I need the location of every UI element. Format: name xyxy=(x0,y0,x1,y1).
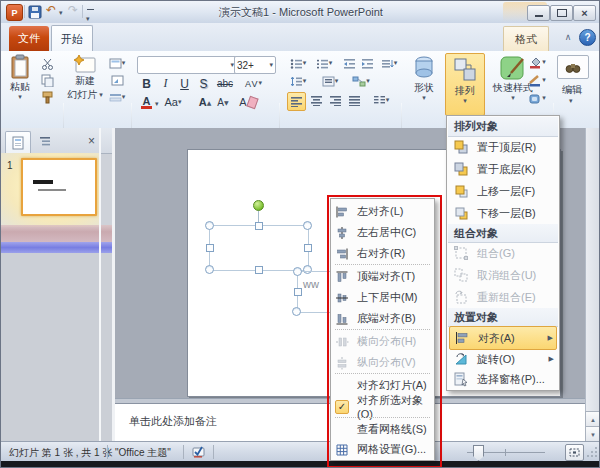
format-painter-button[interactable] xyxy=(37,90,57,105)
shape-fill-button[interactable]: ▾ xyxy=(523,55,551,70)
clear-formatting-button[interactable]: A xyxy=(239,94,257,110)
shapes-button[interactable]: 形状 ▾ xyxy=(405,53,443,114)
align-text-icon xyxy=(322,76,335,87)
editing-dropdown-arrow-icon[interactable]: ▾ xyxy=(569,98,573,105)
submenu-item-align-bottom[interactable]: 底端对齐(B) xyxy=(333,308,432,329)
menu-item-bring-forward[interactable]: 上移一层(F) xyxy=(449,180,557,202)
submenu-item-align-right[interactable]: 右对齐(R) xyxy=(333,243,432,264)
menu-item-rotate[interactable]: 旋转(O) ▶ xyxy=(449,348,557,370)
rotation-handle[interactable] xyxy=(253,200,264,211)
align-text-button[interactable]: ▾ xyxy=(319,74,341,89)
vertical-scrollbar[interactable] xyxy=(585,128,600,411)
decrease-indent-button[interactable] xyxy=(341,56,357,71)
paste-button[interactable]: 粘贴 ▾ xyxy=(5,54,35,114)
menu-item-align[interactable]: 对齐(A) ▶ xyxy=(449,326,557,350)
menu-item-bring-to-front[interactable]: 置于顶层(R) xyxy=(449,136,557,158)
find-button[interactable] xyxy=(557,55,589,79)
zoom-slider-thumb[interactable] xyxy=(473,445,484,461)
slide-thumbnail[interactable] xyxy=(21,158,97,216)
increase-indent-button[interactable] xyxy=(359,56,375,71)
italic-button[interactable]: I xyxy=(158,76,173,91)
reset-slide-button[interactable] xyxy=(105,73,129,88)
submenu-item-align-selected-objects[interactable]: ✓ 对齐所选对象(O) xyxy=(333,396,432,417)
bullets-button[interactable]: ▾ xyxy=(287,56,309,71)
resize-handle-bottom[interactable] xyxy=(255,266,263,274)
text-shadow-button[interactable]: S xyxy=(196,76,211,91)
zoom-slider-center-tick xyxy=(505,449,506,456)
minimize-button[interactable] xyxy=(527,5,550,21)
shape-outline-button[interactable]: ▾ xyxy=(523,73,551,88)
underline-button[interactable]: U xyxy=(177,76,192,91)
submenu-item-view-gridlines[interactable]: 查看网格线(S) xyxy=(333,419,432,440)
tab-format-contextual[interactable]: 格式 xyxy=(503,26,549,52)
resize-handle-right[interactable] xyxy=(304,244,312,252)
submenu-item-align-center[interactable]: 左右居中(C) xyxy=(333,222,432,243)
columns-button[interactable]: ▾ xyxy=(369,92,393,109)
tab-file[interactable]: 文件 xyxy=(9,26,49,51)
textbox2-handle-top-left[interactable] xyxy=(293,267,302,276)
resize-handle-top-right[interactable] xyxy=(303,221,312,230)
resize-grip[interactable] xyxy=(586,446,598,458)
new-slide-button[interactable]: 新建 幻灯片▾ xyxy=(67,54,103,114)
menu-item-send-backward[interactable]: 下移一层(B) xyxy=(449,202,557,224)
character-spacing-button[interactable]: AV▾ xyxy=(241,76,267,91)
font-size-combo[interactable]: 32+▾ xyxy=(234,56,276,74)
submenu-item-align-left[interactable]: 左对齐(L) xyxy=(333,201,432,222)
textbox2-handle-left[interactable] xyxy=(294,288,302,296)
resize-handle-left[interactable] xyxy=(206,244,214,252)
bold-button[interactable]: B xyxy=(139,76,154,91)
submenu-item-align-top[interactable]: 顶端对齐(T) xyxy=(333,266,432,287)
artifact-stripe-blue xyxy=(1,242,115,253)
close-panel-button[interactable]: × xyxy=(83,132,100,149)
maximize-button[interactable] xyxy=(550,5,573,21)
fit-to-window-button[interactable] xyxy=(565,444,584,461)
copy-button[interactable] xyxy=(37,73,57,88)
submenu-arrow-icon: ▶ xyxy=(548,334,553,342)
strikethrough-button[interactable]: abc xyxy=(213,76,237,91)
close-icon: × xyxy=(88,134,95,148)
shape-effects-button[interactable]: ▾ xyxy=(523,91,551,106)
align-center-button[interactable] xyxy=(308,92,325,109)
spacer-icon xyxy=(335,379,349,393)
text-direction-button[interactable]: ▾ xyxy=(379,56,399,71)
rotate-icon xyxy=(453,351,469,367)
section-button[interactable]: ▾ xyxy=(105,90,129,105)
cut-button[interactable] xyxy=(37,56,57,71)
theme-name[interactable]: "Office 主题" xyxy=(115,446,171,460)
format-painter-icon xyxy=(41,91,54,104)
spell-check-button[interactable] xyxy=(191,444,207,460)
shrink-font-button[interactable]: A▼ xyxy=(215,94,231,110)
columns-icon xyxy=(373,95,386,106)
bullets-icon xyxy=(290,58,303,69)
font-color-dropdown-arrow-icon[interactable]: ▾ xyxy=(155,101,159,108)
collapse-ribbon-icon[interactable]: ∧ xyxy=(561,30,575,44)
convert-smartart-button[interactable]: ▾ xyxy=(349,74,373,89)
regroup-icon xyxy=(453,289,469,305)
change-case-button[interactable]: Aa▾ xyxy=(164,94,182,110)
menu-item-selection-pane[interactable]: 选择窗格(P)... xyxy=(449,370,557,388)
menu-item-ungroup: 取消组合(U) xyxy=(449,264,557,286)
submenu-item-grid-settings[interactable]: 网格设置(G)... xyxy=(333,440,432,459)
line-spacing-button[interactable]: ▾ xyxy=(287,74,309,89)
align-right-button[interactable] xyxy=(327,92,344,109)
numbering-button[interactable]: ▾ xyxy=(313,56,335,71)
justify-button[interactable] xyxy=(346,92,363,109)
font-name-combo[interactable]: ▾ xyxy=(137,56,237,74)
font-color-button[interactable]: A xyxy=(139,94,154,110)
close-button[interactable]: × xyxy=(573,5,596,21)
submenu-item-align-middle[interactable]: 上下居中(M) xyxy=(333,287,432,308)
textbox-1[interactable] xyxy=(209,225,309,271)
menu-item-send-to-back[interactable]: 置于底层(K) xyxy=(449,158,557,180)
help-button[interactable]: ? xyxy=(579,29,596,46)
resize-handle-top-left[interactable] xyxy=(205,221,214,230)
arrange-button[interactable]: 排列 ▾ xyxy=(445,53,485,116)
resize-handle-top[interactable] xyxy=(255,222,263,230)
align-left-button[interactable] xyxy=(287,92,306,111)
resize-handle-bottom-left[interactable] xyxy=(205,265,214,274)
outline-tab[interactable] xyxy=(33,132,57,152)
tab-home[interactable]: 开始 xyxy=(51,25,93,52)
layout-button[interactable]: ▾ xyxy=(105,56,129,71)
slides-tab[interactable] xyxy=(5,131,31,153)
textbox2-handle-bottom-left[interactable] xyxy=(292,307,301,316)
grow-font-button[interactable]: A▲ xyxy=(197,94,213,110)
